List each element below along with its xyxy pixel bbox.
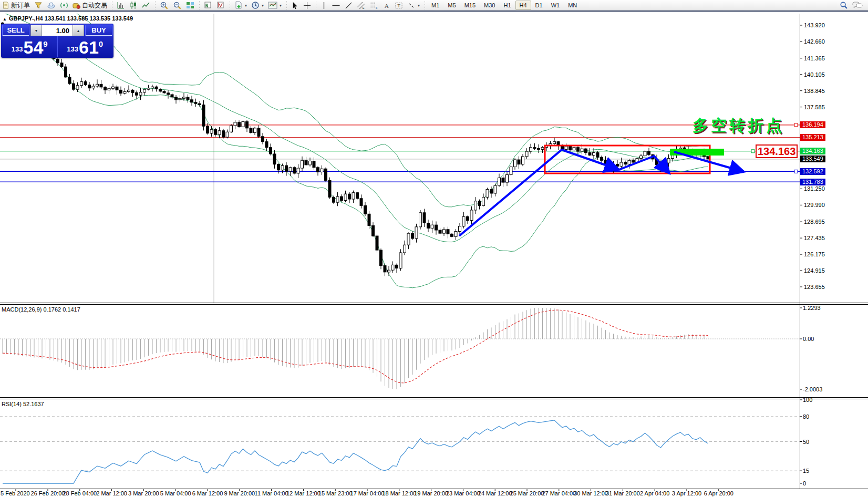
toolbar-separator [154, 1, 156, 9]
zoom-in-button[interactable] [158, 0, 171, 11]
candlestick-icon [129, 1, 138, 9]
template-button[interactable]: ▾ [266, 0, 284, 11]
vertical-line-tool-button[interactable] [318, 0, 329, 11]
data-window-icon [204, 1, 212, 9]
fibonacci-tool-button[interactable]: F [368, 0, 381, 11]
svg-text:T: T [397, 3, 400, 8]
navigator-icon [216, 1, 225, 9]
chat-icon[interactable] [852, 1, 863, 9]
search-icon[interactable] [840, 1, 848, 9]
cursor-tool-button[interactable] [289, 0, 301, 11]
volume-up-button[interactable]: ▲ [73, 25, 84, 36]
label-tool-button[interactable]: T [392, 0, 405, 11]
price-badge: 131.783 [800, 179, 825, 185]
line-chart-icon [142, 1, 150, 9]
data-window-button[interactable] [202, 0, 214, 11]
add-indicator-button[interactable]: ▾ [232, 0, 249, 11]
funnel-button[interactable] [32, 0, 45, 11]
level-callout-134163: 134.163 [756, 144, 798, 158]
dropdown-caret-icon: ▾ [262, 3, 264, 8]
cloud-icon [47, 1, 56, 9]
sell-button[interactable]: SELL [2, 25, 29, 36]
buy-price-big-figure: 133 [67, 45, 78, 53]
timeframe-button-d1[interactable]: D1 [531, 1, 547, 10]
rsi-pane [0, 417, 800, 483]
vertical-line-icon [321, 2, 327, 9]
zoom-out-button[interactable] [171, 0, 184, 11]
tile-windows-icon [186, 1, 194, 9]
candles [2, 22, 710, 276]
svg-text:E: E [363, 6, 365, 9]
crosshair-tool-button[interactable] [301, 0, 313, 11]
collapse-icon[interactable]: ▲ [3, 17, 7, 22]
auto-trading-icon [73, 2, 80, 9]
price-badge: 132.592 [800, 168, 825, 175]
svg-text:F: F [376, 6, 378, 9]
arrows-icon [407, 2, 416, 9]
text-tool-button[interactable]: A [381, 0, 392, 11]
line-chart-mode-button[interactable] [140, 0, 152, 11]
mt4-window: { "toolbar": { "new_order": "新订单", "auto… [0, 0, 868, 497]
price-badge: 136.194 [800, 121, 825, 128]
chart-frame [0, 14, 868, 491]
timeframe-button-m30[interactable]: M30 [480, 1, 499, 10]
timeframe-bar: M1M5M15M30H1H4D1W1MN [427, 1, 581, 10]
price-badge: 134.163 [800, 148, 825, 154]
chart-canvas [0, 0, 868, 497]
trendline-tool-button[interactable] [343, 0, 355, 11]
rsi-line [3, 420, 708, 483]
arrows-tool-button[interactable]: ▾ [405, 0, 422, 11]
timeframe-button-h1[interactable]: H1 [499, 1, 515, 10]
one-click-trading-panel: SELL ▼ 1.00 ▲ BUY 133 54 9 133 61 0 [1, 24, 113, 58]
toolbar-separator [198, 1, 200, 9]
volume-down-button[interactable]: ▼ [30, 25, 42, 36]
template-icon [268, 2, 277, 9]
buy-price[interactable]: 133 61 0 [57, 36, 113, 57]
svg-text:A: A [385, 2, 389, 8]
zoom-in-icon [160, 1, 169, 10]
dropdown-caret-icon: ▾ [245, 3, 247, 8]
trendline-icon [345, 2, 353, 9]
macd-signal-line [3, 310, 708, 383]
horizontal-line-tool-button[interactable] [329, 0, 343, 11]
cursor-icon [291, 2, 299, 9]
add-indicator-icon [234, 1, 243, 9]
label-icon: T [395, 2, 403, 9]
candle-chart-mode-button[interactable] [127, 0, 140, 11]
timeframe-button-m15[interactable]: M15 [460, 1, 480, 10]
timeframe-button-w1[interactable]: W1 [547, 1, 564, 10]
price-badge: 133.549 [800, 156, 825, 162]
timeframe-button-m1[interactable]: M1 [427, 1, 443, 10]
buy-price-point: 0 [99, 39, 103, 48]
new-order-button[interactable]: 新订单 [0, 0, 32, 11]
sell-price-point: 9 [43, 39, 47, 48]
crosshair-icon [303, 2, 311, 9]
timeframe-button-mn[interactable]: MN [564, 1, 581, 10]
buy-button[interactable]: BUY [85, 25, 112, 36]
main-toolbar: 新订单 自动交易 ▾ ▾ [0, 0, 868, 12]
bar-chart-mode-button[interactable] [115, 0, 127, 11]
turning-point-annotation: 多空转折点 [693, 115, 784, 137]
equidistant-channel-tool-button[interactable]: E [355, 0, 368, 11]
signal-button[interactable] [58, 0, 70, 11]
cloud-button[interactable] [45, 0, 58, 11]
period-button[interactable]: ▾ [249, 0, 266, 11]
funnel-icon [34, 1, 43, 9]
navigator-button[interactable] [214, 0, 227, 11]
sell-price[interactable]: 133 54 9 [2, 36, 57, 57]
toolbar-separator [111, 1, 113, 9]
macd-pane [0, 308, 800, 389]
sell-price-big-figure: 133 [12, 45, 23, 53]
volume-value[interactable]: 1.00 [42, 25, 73, 36]
timeframe-button-m5[interactable]: M5 [443, 1, 460, 10]
auto-trading-button[interactable]: 自动交易 [70, 0, 109, 11]
tile-windows-button[interactable] [184, 0, 197, 11]
signal-icon [60, 1, 68, 9]
symbol-ohlc-text: GBPJPY-,H4 133.541 133.585 133.535 133.5… [9, 15, 133, 22]
toolbar-separator [315, 1, 317, 9]
horizontal-line-icon [332, 2, 340, 9]
macd-label: MACD(12,26,9) 0.1762 0.1417 [2, 306, 80, 313]
timeframe-button-h4[interactable]: H4 [515, 1, 531, 10]
dropdown-caret-icon: ▾ [418, 3, 420, 8]
rsi-label: RSI(14) 52.1637 [2, 401, 44, 407]
